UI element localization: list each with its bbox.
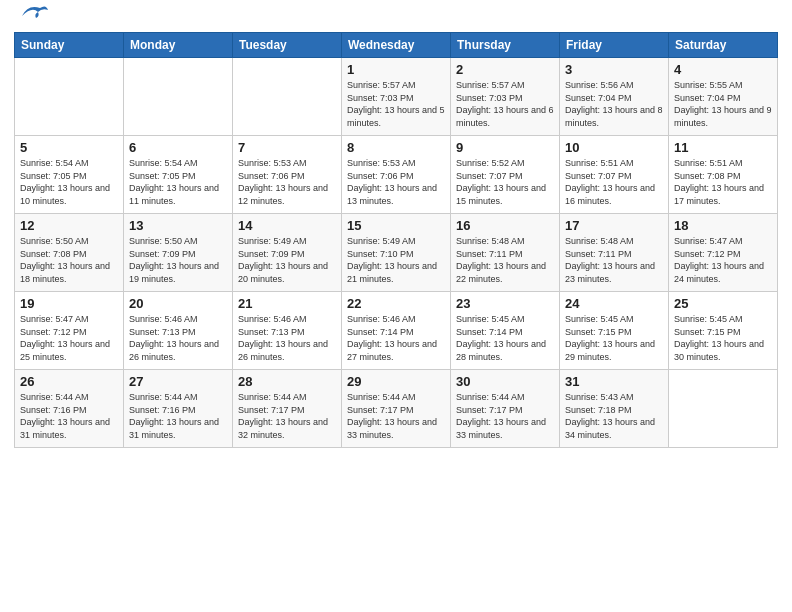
day-cell-9: 9Sunrise: 5:52 AMSunset: 7:07 PMDaylight… (451, 136, 560, 214)
day-info: Sunrise: 5:48 AMSunset: 7:11 PMDaylight:… (456, 235, 554, 285)
day-cell-30: 30Sunrise: 5:44 AMSunset: 7:17 PMDayligh… (451, 370, 560, 448)
day-info: Sunrise: 5:45 AMSunset: 7:15 PMDaylight:… (674, 313, 772, 363)
day-info: Sunrise: 5:51 AMSunset: 7:07 PMDaylight:… (565, 157, 663, 207)
day-cell-8: 8Sunrise: 5:53 AMSunset: 7:06 PMDaylight… (342, 136, 451, 214)
calendar-container: SundayMondayTuesdayWednesdayThursdayFrid… (0, 0, 792, 458)
day-cell-19: 19Sunrise: 5:47 AMSunset: 7:12 PMDayligh… (15, 292, 124, 370)
day-number: 21 (238, 296, 336, 311)
day-number: 29 (347, 374, 445, 389)
empty-cell (124, 58, 233, 136)
day-number: 31 (565, 374, 663, 389)
day-cell-25: 25Sunrise: 5:45 AMSunset: 7:15 PMDayligh… (669, 292, 778, 370)
week-row-2: 5Sunrise: 5:54 AMSunset: 7:05 PMDaylight… (15, 136, 778, 214)
weekday-header-tuesday: Tuesday (233, 33, 342, 58)
day-number: 15 (347, 218, 445, 233)
day-cell-16: 16Sunrise: 5:48 AMSunset: 7:11 PMDayligh… (451, 214, 560, 292)
day-number: 6 (129, 140, 227, 155)
day-number: 28 (238, 374, 336, 389)
day-number: 5 (20, 140, 118, 155)
day-cell-13: 13Sunrise: 5:50 AMSunset: 7:09 PMDayligh… (124, 214, 233, 292)
day-cell-18: 18Sunrise: 5:47 AMSunset: 7:12 PMDayligh… (669, 214, 778, 292)
header (14, 10, 778, 24)
day-number: 8 (347, 140, 445, 155)
day-cell-7: 7Sunrise: 5:53 AMSunset: 7:06 PMDaylight… (233, 136, 342, 214)
logo (14, 10, 50, 24)
weekday-header-saturday: Saturday (669, 33, 778, 58)
day-number: 23 (456, 296, 554, 311)
day-number: 10 (565, 140, 663, 155)
day-number: 16 (456, 218, 554, 233)
day-info: Sunrise: 5:44 AMSunset: 7:17 PMDaylight:… (238, 391, 336, 441)
day-number: 11 (674, 140, 772, 155)
day-cell-11: 11Sunrise: 5:51 AMSunset: 7:08 PMDayligh… (669, 136, 778, 214)
day-number: 22 (347, 296, 445, 311)
day-number: 24 (565, 296, 663, 311)
day-number: 1 (347, 62, 445, 77)
empty-cell (15, 58, 124, 136)
day-cell-3: 3Sunrise: 5:56 AMSunset: 7:04 PMDaylight… (560, 58, 669, 136)
day-cell-5: 5Sunrise: 5:54 AMSunset: 7:05 PMDaylight… (15, 136, 124, 214)
day-number: 12 (20, 218, 118, 233)
day-number: 9 (456, 140, 554, 155)
day-cell-24: 24Sunrise: 5:45 AMSunset: 7:15 PMDayligh… (560, 292, 669, 370)
day-info: Sunrise: 5:53 AMSunset: 7:06 PMDaylight:… (347, 157, 445, 207)
week-row-5: 26Sunrise: 5:44 AMSunset: 7:16 PMDayligh… (15, 370, 778, 448)
week-row-4: 19Sunrise: 5:47 AMSunset: 7:12 PMDayligh… (15, 292, 778, 370)
day-info: Sunrise: 5:44 AMSunset: 7:16 PMDaylight:… (129, 391, 227, 441)
day-cell-12: 12Sunrise: 5:50 AMSunset: 7:08 PMDayligh… (15, 214, 124, 292)
day-info: Sunrise: 5:55 AMSunset: 7:04 PMDaylight:… (674, 79, 772, 129)
day-cell-22: 22Sunrise: 5:46 AMSunset: 7:14 PMDayligh… (342, 292, 451, 370)
empty-cell (233, 58, 342, 136)
day-info: Sunrise: 5:47 AMSunset: 7:12 PMDaylight:… (674, 235, 772, 285)
day-number: 3 (565, 62, 663, 77)
day-info: Sunrise: 5:50 AMSunset: 7:09 PMDaylight:… (129, 235, 227, 285)
empty-cell (669, 370, 778, 448)
day-number: 30 (456, 374, 554, 389)
day-info: Sunrise: 5:44 AMSunset: 7:17 PMDaylight:… (456, 391, 554, 441)
day-info: Sunrise: 5:53 AMSunset: 7:06 PMDaylight:… (238, 157, 336, 207)
day-cell-14: 14Sunrise: 5:49 AMSunset: 7:09 PMDayligh… (233, 214, 342, 292)
day-info: Sunrise: 5:56 AMSunset: 7:04 PMDaylight:… (565, 79, 663, 129)
weekday-header-monday: Monday (124, 33, 233, 58)
day-number: 20 (129, 296, 227, 311)
day-info: Sunrise: 5:43 AMSunset: 7:18 PMDaylight:… (565, 391, 663, 441)
day-info: Sunrise: 5:51 AMSunset: 7:08 PMDaylight:… (674, 157, 772, 207)
day-info: Sunrise: 5:48 AMSunset: 7:11 PMDaylight:… (565, 235, 663, 285)
logo-bird-icon (18, 2, 50, 24)
day-number: 13 (129, 218, 227, 233)
day-number: 25 (674, 296, 772, 311)
day-cell-26: 26Sunrise: 5:44 AMSunset: 7:16 PMDayligh… (15, 370, 124, 448)
day-number: 27 (129, 374, 227, 389)
day-info: Sunrise: 5:46 AMSunset: 7:13 PMDaylight:… (129, 313, 227, 363)
day-info: Sunrise: 5:50 AMSunset: 7:08 PMDaylight:… (20, 235, 118, 285)
day-info: Sunrise: 5:49 AMSunset: 7:10 PMDaylight:… (347, 235, 445, 285)
day-cell-4: 4Sunrise: 5:55 AMSunset: 7:04 PMDaylight… (669, 58, 778, 136)
weekday-header-wednesday: Wednesday (342, 33, 451, 58)
day-cell-29: 29Sunrise: 5:44 AMSunset: 7:17 PMDayligh… (342, 370, 451, 448)
day-cell-28: 28Sunrise: 5:44 AMSunset: 7:17 PMDayligh… (233, 370, 342, 448)
day-number: 7 (238, 140, 336, 155)
day-cell-27: 27Sunrise: 5:44 AMSunset: 7:16 PMDayligh… (124, 370, 233, 448)
week-row-1: 1Sunrise: 5:57 AMSunset: 7:03 PMDaylight… (15, 58, 778, 136)
day-info: Sunrise: 5:49 AMSunset: 7:09 PMDaylight:… (238, 235, 336, 285)
calendar-table: SundayMondayTuesdayWednesdayThursdayFrid… (14, 32, 778, 448)
week-row-3: 12Sunrise: 5:50 AMSunset: 7:08 PMDayligh… (15, 214, 778, 292)
day-info: Sunrise: 5:44 AMSunset: 7:17 PMDaylight:… (347, 391, 445, 441)
day-number: 2 (456, 62, 554, 77)
weekday-header-thursday: Thursday (451, 33, 560, 58)
day-cell-15: 15Sunrise: 5:49 AMSunset: 7:10 PMDayligh… (342, 214, 451, 292)
day-number: 26 (20, 374, 118, 389)
day-info: Sunrise: 5:46 AMSunset: 7:13 PMDaylight:… (238, 313, 336, 363)
day-number: 14 (238, 218, 336, 233)
weekday-header-sunday: Sunday (15, 33, 124, 58)
day-cell-31: 31Sunrise: 5:43 AMSunset: 7:18 PMDayligh… (560, 370, 669, 448)
day-info: Sunrise: 5:47 AMSunset: 7:12 PMDaylight:… (20, 313, 118, 363)
day-cell-6: 6Sunrise: 5:54 AMSunset: 7:05 PMDaylight… (124, 136, 233, 214)
day-info: Sunrise: 5:57 AMSunset: 7:03 PMDaylight:… (347, 79, 445, 129)
weekday-header-row: SundayMondayTuesdayWednesdayThursdayFrid… (15, 33, 778, 58)
day-info: Sunrise: 5:45 AMSunset: 7:15 PMDaylight:… (565, 313, 663, 363)
day-info: Sunrise: 5:46 AMSunset: 7:14 PMDaylight:… (347, 313, 445, 363)
day-cell-1: 1Sunrise: 5:57 AMSunset: 7:03 PMDaylight… (342, 58, 451, 136)
day-number: 18 (674, 218, 772, 233)
day-info: Sunrise: 5:54 AMSunset: 7:05 PMDaylight:… (129, 157, 227, 207)
